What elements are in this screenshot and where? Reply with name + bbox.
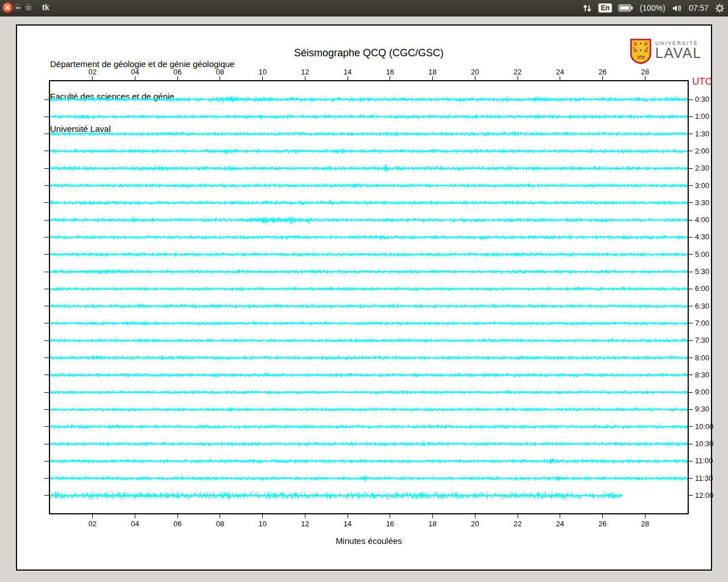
seismogram-traces-canvas bbox=[50, 81, 688, 513]
x-tick-label-bottom: 04 bbox=[126, 519, 143, 528]
x-tick-label-bottom: 28 bbox=[636, 519, 653, 528]
utc-time-label: 2:00 bbox=[695, 147, 723, 155]
battery-icon[interactable] bbox=[618, 4, 634, 12]
utc-time-label: 8:30 bbox=[695, 371, 723, 379]
logo-laval-text: LAVAL bbox=[655, 46, 702, 60]
x-tick-label-bottom: 06 bbox=[169, 519, 186, 528]
x-tick-label-top: 18 bbox=[424, 68, 441, 76]
x-tick-label-bottom: 16 bbox=[382, 519, 399, 528]
battery-percentage[interactable]: (100%) bbox=[640, 3, 665, 13]
x-tick-label-bottom: 10 bbox=[254, 519, 271, 528]
maximize-icon bbox=[27, 6, 31, 10]
utc-time-label: 12:00 bbox=[695, 491, 723, 500]
x-tick-label-top: 22 bbox=[509, 68, 526, 76]
x-tick-label-bottom: 12 bbox=[296, 519, 313, 528]
x-tick-label-top: 26 bbox=[594, 68, 611, 76]
page-title: Séismographe QCQ (CGC/GSC) bbox=[49, 47, 689, 59]
x-tick-label-top: 14 bbox=[339, 68, 356, 76]
utc-time-label: 11:00 bbox=[695, 456, 723, 465]
utc-time-label: 2:30 bbox=[695, 164, 723, 172]
tk-canvas: Département de géologie et de génie géol… bbox=[16, 24, 712, 571]
utc-time-label: 6:30 bbox=[695, 302, 723, 310]
laval-wordmark: UNIVERSITÉ LAVAL bbox=[655, 39, 702, 60]
window-minimize-button[interactable] bbox=[13, 2, 23, 13]
x-tick-label-top: 12 bbox=[296, 68, 313, 76]
utc-time-label: 10:30 bbox=[695, 439, 723, 448]
window-close-button[interactable] bbox=[2, 2, 13, 13]
x-tick-label-top: 20 bbox=[466, 68, 483, 76]
utc-time-label: 6:00 bbox=[695, 284, 723, 293]
utc-time-label: 7:00 bbox=[695, 319, 723, 327]
volume-icon[interactable] bbox=[672, 4, 682, 13]
utc-time-label: 4:30 bbox=[695, 232, 723, 241]
x-tick-label-bottom: 22 bbox=[509, 519, 526, 528]
utc-time-label: 1:30 bbox=[695, 130, 723, 138]
utc-time-label: 7:30 bbox=[695, 336, 723, 344]
x-tick-label-top: 10 bbox=[254, 68, 271, 76]
close-icon bbox=[5, 5, 10, 10]
x-tick-label-top: 24 bbox=[552, 68, 569, 76]
x-axis-title: Minutes écoulées bbox=[49, 536, 689, 546]
institution-line-1: Département de géologie et de génie géol… bbox=[50, 59, 234, 69]
utc-axis-title: UTC bbox=[692, 76, 712, 88]
utc-time-label: 10:00 bbox=[695, 422, 723, 431]
x-tick-label-top: 28 bbox=[636, 68, 653, 76]
laval-shield-icon bbox=[630, 39, 651, 64]
utc-time-label: 8:00 bbox=[695, 354, 723, 362]
x-tick-label-bottom: 24 bbox=[552, 519, 569, 528]
session-gear-icon[interactable] bbox=[715, 3, 725, 13]
window-title: tk bbox=[42, 0, 49, 16]
x-tick-label-bottom: 20 bbox=[466, 519, 483, 528]
universite-laval-logo: UNIVERSITÉ LAVAL bbox=[630, 39, 702, 64]
x-tick-label-bottom: 26 bbox=[594, 519, 611, 528]
top-panel: tk En (100%) 07:57 bbox=[0, 0, 728, 16]
utc-time-label: 11:30 bbox=[695, 474, 723, 483]
utc-time-label: 1:00 bbox=[695, 112, 723, 120]
clock[interactable]: 07:57 bbox=[689, 3, 709, 13]
utc-time-label: 9:30 bbox=[695, 405, 723, 413]
utc-time-label: 9:00 bbox=[695, 388, 723, 396]
utc-time-label: 0:30 bbox=[695, 95, 723, 103]
utc-time-label: 3:30 bbox=[695, 198, 723, 207]
x-tick-label-bottom: 18 bbox=[424, 519, 441, 528]
x-tick-label-top: 16 bbox=[382, 68, 399, 76]
utc-time-label: 3:00 bbox=[695, 181, 723, 190]
updown-arrows-icon[interactable] bbox=[582, 3, 592, 13]
utc-time-label: 5:30 bbox=[695, 267, 723, 276]
utc-time-label: 5:00 bbox=[695, 250, 723, 259]
minimize-icon bbox=[16, 7, 20, 9]
utc-time-label: 4:00 bbox=[695, 215, 723, 224]
window-maximize-button[interactable] bbox=[23, 2, 34, 13]
x-tick-label-bottom: 14 bbox=[339, 519, 356, 528]
keyboard-layout-indicator[interactable]: En bbox=[598, 3, 611, 13]
system-tray: En (100%) 07:57 bbox=[582, 0, 725, 16]
x-tick-label-bottom: 02 bbox=[84, 519, 101, 528]
x-tick-label-bottom: 08 bbox=[212, 519, 229, 528]
